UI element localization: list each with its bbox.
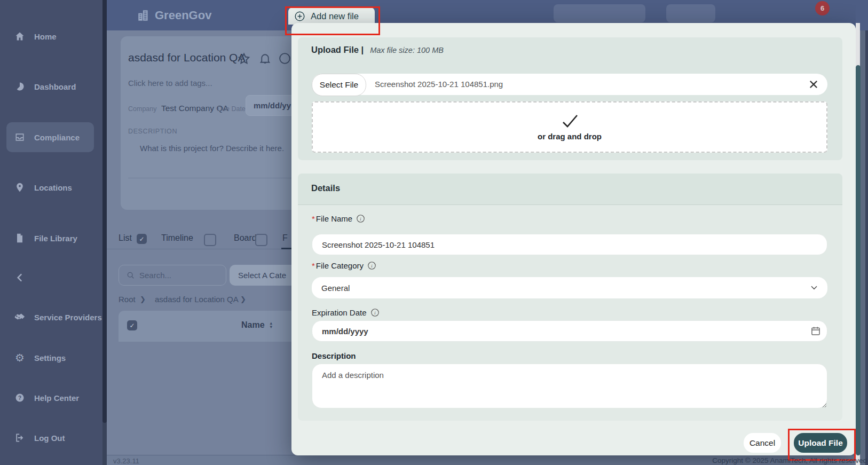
notification-badge[interactable]: 6 (815, 1, 830, 15)
select-all-checkbox[interactable]: ✓ (127, 320, 137, 330)
cancel-button[interactable]: Cancel (744, 433, 781, 453)
sidebar-item-settings[interactable]: ⚙ Settings (0, 346, 102, 369)
board-checkbox[interactable] (255, 234, 267, 246)
sidebar-collapse-button[interactable] (0, 266, 102, 289)
logout-icon (14, 432, 26, 444)
question-icon: ? (14, 392, 26, 404)
tab-files-partial[interactable]: F (282, 233, 288, 243)
sidebar-item-service-providers[interactable]: Service Providers (0, 305, 102, 329)
details-header-band (298, 174, 842, 205)
calendar-icon[interactable] (810, 326, 821, 336)
sidebar-item-locations[interactable]: Locations (0, 176, 102, 199)
expiration-date-label: Expiration Date i (312, 308, 380, 317)
checkmark-icon (559, 114, 580, 130)
info-icon: i (367, 261, 376, 270)
details-title: Details (311, 183, 340, 193)
svg-text:i: i (374, 310, 376, 316)
file-icon (14, 232, 26, 244)
drop-hint: or drag and drop (538, 132, 602, 141)
home-icon (14, 30, 26, 42)
handshake-icon (14, 311, 26, 323)
search-icon (127, 271, 135, 280)
sidebar-item-dashboard[interactable]: Dashboard (0, 75, 102, 98)
clock-icon[interactable] (278, 52, 292, 66)
sidebar-item-compliance[interactable]: Compliance (0, 125, 102, 149)
remove-file-button[interactable] (807, 78, 820, 91)
svg-text:i: i (371, 263, 373, 269)
list-checkbox[interactable]: ✓ (137, 234, 147, 244)
description-label: DESCRIPTION (128, 128, 177, 135)
drag-drop-zone[interactable]: or drag and drop (312, 101, 827, 153)
inbox-icon (14, 131, 26, 143)
page-edge-strip-dark (865, 30, 868, 465)
upload-section-title: Upload File | (311, 45, 364, 55)
annotation-box-add-new-file (285, 6, 380, 35)
chevron-right-icon: ❯ (140, 295, 146, 303)
expiration-date-input[interactable] (312, 320, 827, 342)
chevron-down-icon (809, 283, 819, 293)
sidebar-item-log-out[interactable]: Log Out (0, 426, 102, 450)
gear-icon: ⚙ (14, 352, 26, 364)
chevron-left-icon (14, 272, 26, 283)
buildings-icon (137, 9, 151, 22)
bell-icon[interactable] (258, 52, 272, 66)
star-icon[interactable] (237, 52, 251, 66)
breadcrumb-current[interactable]: asdasd for Location QA (155, 295, 239, 304)
file-category-label: *File Category i (312, 261, 376, 270)
header-action-button[interactable] (554, 4, 645, 22)
sidebar-item-help-center[interactable]: ? Help Center (0, 386, 102, 409)
svg-text:i: i (360, 216, 362, 222)
tab-board[interactable]: Board (234, 233, 257, 243)
dashboard-icon (14, 81, 26, 92)
sidebar: Home Dashboard Compliance Locations File… (0, 0, 102, 465)
page-edge-strip (861, 30, 865, 465)
header-action-button-2[interactable] (666, 4, 715, 22)
max-file-size: Max file size: 100 MB (370, 46, 444, 54)
sidebar-scrollbar-thumb[interactable] (102, 0, 107, 423)
app-version: v3.23.11 (113, 457, 139, 465)
sidebar-item-home[interactable]: Home (0, 25, 102, 48)
selected-filename: Screenshot 2025-10-21 104851.png (375, 80, 503, 89)
description-placeholder[interactable]: What is this project for? Describe it he… (140, 144, 284, 153)
company-label: Company (128, 105, 157, 113)
app-name: GreenGov (155, 9, 211, 22)
scrollbar-thumb[interactable] (856, 65, 861, 455)
app-logo[interactable]: GreenGov (137, 7, 211, 24)
file-name-input[interactable] (312, 234, 827, 255)
tab-list[interactable]: List (119, 233, 132, 243)
sort-icon[interactable]: ▴▾ (270, 321, 273, 329)
svg-text:?: ? (18, 395, 21, 401)
tags-placeholder[interactable]: Click here to add tags... (128, 78, 212, 88)
timeline-checkbox[interactable] (204, 234, 216, 246)
tab-timeline[interactable]: Timeline (161, 233, 193, 243)
close-icon (807, 78, 820, 91)
chevron-right-icon-2: ❯ (240, 295, 246, 303)
copyright-text: Copyright © 2025 AnamiTech, All rights r… (712, 456, 867, 464)
project-title: asdasd for Location QA (128, 51, 245, 64)
annotation-box-upload-file (788, 429, 856, 461)
select-file-button[interactable]: Select File (312, 74, 366, 96)
info-icon: i (370, 308, 380, 317)
file-description-textarea[interactable] (312, 364, 827, 408)
info-icon: i (356, 214, 365, 223)
screen: GreenGov 6 Home Dashboard Compliance Loc… (0, 0, 868, 465)
file-category-select[interactable]: General (312, 277, 827, 298)
due-date-label: Due Date (217, 105, 246, 113)
column-name[interactable]: Name ▴▾ (241, 320, 272, 330)
sidebar-item-file-library[interactable]: File Library (0, 226, 102, 250)
map-pin-icon (14, 182, 26, 193)
file-name-label: *File Name i (312, 214, 365, 223)
file-description-label: Description (312, 351, 356, 360)
breadcrumb-root[interactable]: Root (119, 295, 136, 304)
search-input[interactable]: Search... (119, 265, 226, 286)
